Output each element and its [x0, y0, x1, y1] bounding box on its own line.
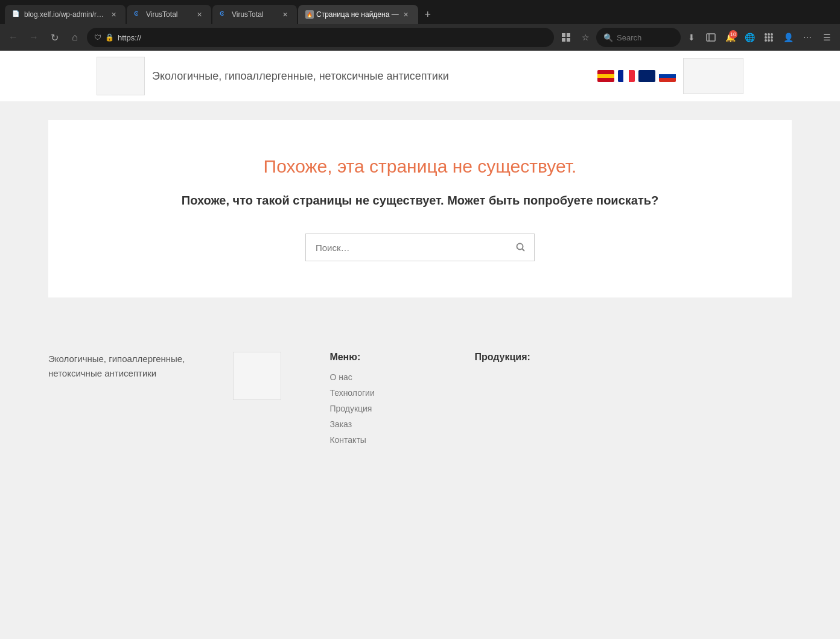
site-search-button[interactable] — [508, 234, 534, 261]
url-input[interactable] — [118, 33, 547, 42]
tab-4-label: Страница не найдена — — [316, 10, 399, 19]
svg-point-15 — [517, 244, 523, 250]
tab-2[interactable]: Ͼ VirusTotal ✕ — [127, 5, 211, 24]
new-tab-button[interactable]: + — [419, 6, 436, 23]
footer-tagline: Экологичные, гипоаллергенные, нетоксичны… — [48, 352, 185, 445]
site-header: Экологичные, гипоаллергенные, нетоксичны… — [0, 51, 840, 102]
svg-point-13 — [768, 39, 770, 42]
toolbar-right: ☆ 🔍 ⬇ 🔔 10 🌐 — [558, 28, 835, 47]
svg-point-7 — [768, 33, 770, 36]
svg-rect-0 — [562, 33, 565, 37]
svg-point-8 — [771, 33, 773, 36]
error-content: Похоже, эта страница не существует. Похо… — [48, 120, 792, 297]
svg-rect-1 — [567, 33, 570, 37]
tab-3-close[interactable]: ✕ — [280, 10, 290, 19]
grid-icon[interactable] — [558, 29, 574, 46]
search-magnifier-icon: 🔍 — [603, 33, 613, 42]
back-button[interactable]: ← — [5, 29, 22, 46]
browser-chrome: 📄 blog.xelf.io/wp-admin/red/ ✕ Ͼ VirusTo… — [0, 0, 840, 51]
tab-4-close[interactable]: ✕ — [401, 10, 411, 19]
footer-nav: Меню: О нас Технологии Продукция Заказ К… — [329, 352, 426, 445]
url-bar[interactable]: 🛡 🔒 — [87, 28, 554, 47]
footer-link-products[interactable]: Продукция — [329, 404, 426, 413]
tab-4-favicon: 🔥 — [305, 10, 314, 19]
site-footer: Экологичные, гипоаллергенные, нетоксичны… — [0, 316, 840, 469]
sidebar-icon[interactable] — [702, 29, 719, 46]
svg-point-11 — [771, 36, 773, 39]
footer-link-about[interactable]: О нас — [329, 372, 426, 382]
error-title: Похоже, эта страница не существует. — [72, 156, 768, 177]
download-icon[interactable]: ⬇ — [683, 29, 700, 46]
shield-icon: 🛡 — [94, 33, 101, 42]
svg-point-9 — [765, 36, 767, 39]
svg-rect-2 — [562, 38, 565, 42]
search-box — [305, 234, 535, 261]
address-bar: ← → ↻ ⌂ 🛡 🔒 ☆ 🔍 — [0, 24, 840, 51]
flag-gb[interactable] — [638, 70, 655, 82]
svg-rect-3 — [567, 38, 570, 42]
tab-2-label: VirusTotal — [146, 10, 192, 19]
svg-point-12 — [765, 39, 767, 42]
footer-link-contacts[interactable]: Контакты — [329, 435, 426, 445]
site-logo: Экологичные, гипоаллергенные, нетоксичны… — [97, 57, 449, 95]
language-flags — [597, 70, 676, 82]
logo-image — [97, 57, 145, 95]
notifications-icon[interactable]: 🔔 10 — [722, 29, 739, 46]
tab-1[interactable]: 📄 blog.xelf.io/wp-admin/red/ ✕ — [5, 5, 126, 24]
tab-3-favicon: Ͼ — [220, 10, 228, 19]
apps-icon[interactable] — [760, 29, 777, 46]
tab-3[interactable]: Ͼ VirusTotal ✕ — [212, 5, 297, 24]
tab-3-label: VirusTotal — [232, 10, 278, 19]
search-container — [72, 234, 768, 261]
footer-products-title: Продукция: — [474, 352, 571, 363]
tab-4[interactable]: 🔥 Страница не найдена — ✕ — [298, 5, 418, 24]
browser-search-input[interactable] — [617, 33, 665, 42]
footer-products: Продукция: — [474, 352, 571, 445]
reload-button[interactable]: ↻ — [46, 29, 63, 46]
profile-icon[interactable]: 👤 — [780, 29, 797, 46]
footer-link-order[interactable]: Заказ — [329, 419, 426, 429]
flag-ru[interactable] — [659, 70, 676, 82]
browser-search-bar[interactable]: 🔍 — [596, 28, 681, 47]
notification-badge: 10 — [729, 30, 737, 39]
footer-nav-title: Меню: — [329, 352, 426, 363]
flag-fr[interactable] — [618, 70, 635, 82]
forward-button[interactable]: → — [25, 29, 42, 46]
svg-point-10 — [768, 36, 770, 39]
lock-icon: 🔒 — [105, 33, 114, 42]
tab-1-close[interactable]: ✕ — [109, 10, 118, 19]
svg-point-14 — [771, 39, 773, 42]
svg-point-6 — [765, 33, 767, 36]
tab-2-close[interactable]: ✕ — [194, 10, 204, 19]
footer-logo — [233, 352, 281, 400]
tab-1-favicon: 📄 — [12, 10, 21, 19]
tab-1-label: blog.xelf.io/wp-admin/red/ — [24, 10, 106, 19]
header-right — [597, 58, 743, 94]
error-subtitle: Похоже, что такой страницы не существует… — [72, 191, 768, 209]
tab-2-favicon: Ͼ — [134, 10, 142, 19]
svg-line-16 — [523, 249, 525, 252]
bookmark-icon[interactable]: ☆ — [577, 29, 594, 46]
menu-icon[interactable]: ☰ — [818, 29, 835, 46]
site-search-input[interactable] — [306, 235, 508, 260]
svg-rect-4 — [707, 34, 715, 41]
website-content: Экологичные, гипоаллергенные, нетоксичны… — [0, 51, 840, 639]
footer-link-tech[interactable]: Технологии — [329, 388, 426, 398]
footer-nav-links: О нас Технологии Продукция Заказ Контакт… — [329, 372, 426, 445]
flag-es[interactable] — [597, 70, 614, 82]
site-tagline: Экологичные, гипоаллергенные, нетоксичны… — [152, 70, 449, 83]
more-icon[interactable]: ⋯ — [799, 29, 816, 46]
globe-icon[interactable]: 🌐 — [741, 29, 758, 46]
home-button[interactable]: ⌂ — [66, 29, 83, 46]
tab-bar: 📄 blog.xelf.io/wp-admin/red/ ✕ Ͼ VirusTo… — [0, 0, 840, 24]
header-logo-right — [683, 58, 743, 94]
